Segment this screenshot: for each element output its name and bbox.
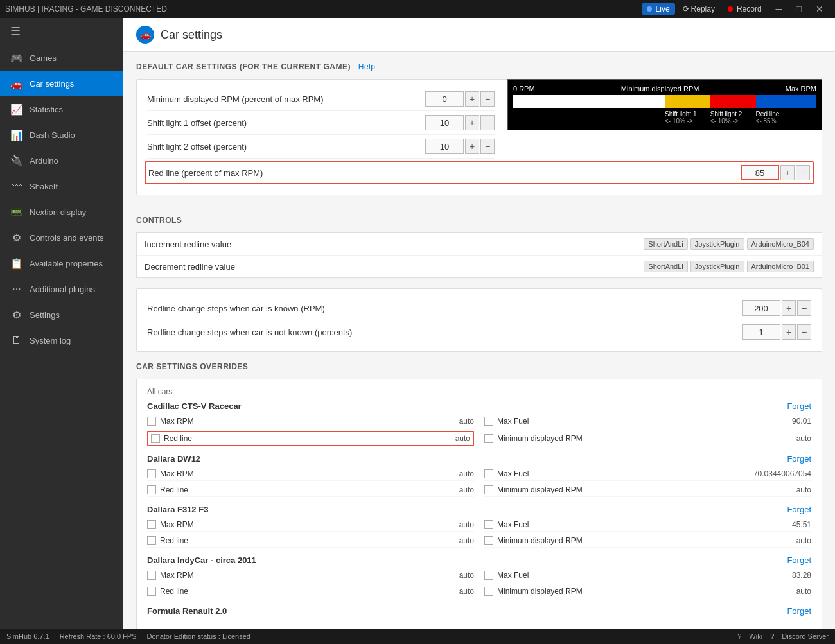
indycar-redline-check[interactable] xyxy=(147,587,156,596)
cadillac-min-rpm: Minimum displayed RPM auto xyxy=(484,431,811,446)
version-label: SimHub 6.7.1 xyxy=(6,632,49,640)
page-title: Car settings xyxy=(161,28,222,42)
car-name-dw12: Dallara DW12 Forget xyxy=(147,454,811,464)
decrement-label: Decrement redline value xyxy=(145,262,644,272)
shift2-increment[interactable]: + xyxy=(465,139,479,154)
close-button[interactable]: ✕ xyxy=(809,3,830,15)
redline-decrement[interactable]: − xyxy=(796,165,810,180)
app-body: ☰ 🎮 Games 🚗 Car settings 📈 Statistics 📊 … xyxy=(0,18,835,629)
cadillac-max-fuel-check[interactable] xyxy=(484,417,493,426)
rpm-segment-shift1: Shift light 1 <- 10% -> xyxy=(665,110,710,125)
window-controls: ─ □ ✕ xyxy=(769,3,830,15)
indycar-max-fuel-label: Max Fuel xyxy=(497,571,788,580)
cadillac-min-rpm-check[interactable] xyxy=(484,434,493,443)
forget-cadillac[interactable]: Forget xyxy=(787,401,811,411)
refresh-rate-label: Refresh Rate : 60.0 FPS xyxy=(60,632,137,640)
shift1-decrement[interactable]: − xyxy=(480,115,495,130)
default-settings-header: DEFAULT CAR SETTINGS (FOR THE CURRENT GA… xyxy=(136,62,822,71)
indycar-max-rpm-check[interactable] xyxy=(147,571,156,580)
sidebar-item-games[interactable]: 🎮 Games xyxy=(0,45,123,71)
rpm-visual: 0 RPM Minimum displayed RPM Max RPM xyxy=(507,79,822,130)
min-rpm-increment[interactable]: + xyxy=(465,91,479,107)
cadillac-redline-label: Red line xyxy=(164,434,452,443)
sidebar-item-system-log[interactable]: 🗒 System log xyxy=(0,327,123,353)
f312-max-rpm: Max RPM auto xyxy=(147,518,474,532)
sidebar-item-shakelt[interactable]: 〰 ShakeIt xyxy=(0,173,123,199)
maximize-button[interactable]: □ xyxy=(790,3,808,15)
forget-f312[interactable]: Forget xyxy=(787,505,811,514)
f312-max-fuel-check[interactable] xyxy=(484,520,493,529)
statusbar-right: ? Wiki ? Discord Server xyxy=(737,632,829,640)
sidebar-item-statistics[interactable]: 📈 Statistics xyxy=(0,96,123,122)
overrides-header: CAR SETTINGS OVERRIDES xyxy=(136,362,822,371)
forget-renault[interactable]: Forget xyxy=(787,606,811,616)
f312-min-rpm-value: auto xyxy=(796,536,811,545)
dw12-redline-check[interactable] xyxy=(147,485,156,494)
sidebar-label-nextion: Nextion display xyxy=(30,207,86,217)
rpm-bottom-labels: Shift light 1 <- 10% -> Shift light 2 <-… xyxy=(513,110,816,125)
indycar-red-line: Red line auto xyxy=(147,585,474,598)
sidebar-item-available-props[interactable]: 📋 Available properties xyxy=(0,250,123,276)
step-known-decrement[interactable]: − xyxy=(797,300,811,316)
app-title: SIMHUB | IRACING - GAME DISCONNECTED xyxy=(5,4,167,13)
titlebar-right: Live ⟳ Replay Record ─ □ ✕ xyxy=(642,3,830,15)
step-known-increment[interactable]: + xyxy=(782,300,796,316)
setting-row-shift1: Shift light 1 offset (percent) 10 + − xyxy=(147,111,495,135)
record-button[interactable]: Record xyxy=(723,3,767,15)
step-unknown-increment[interactable]: + xyxy=(782,324,796,340)
sidebar-item-nextion[interactable]: 📟 Nextion display xyxy=(0,199,123,225)
cadillac-redline-check[interactable] xyxy=(151,434,160,443)
replay-button[interactable]: ⟳ Replay xyxy=(678,3,720,15)
min-rpm-decrement[interactable]: − xyxy=(480,91,495,107)
shift2-decrement[interactable]: − xyxy=(480,139,495,154)
step-unknown-value: 1 xyxy=(742,324,780,340)
system-log-icon: 🗒 xyxy=(10,334,23,347)
dw12-max-fuel-check[interactable] xyxy=(484,469,493,478)
dw12-min-rpm-check[interactable] xyxy=(484,485,493,494)
indycar-max-fuel-value: 83.28 xyxy=(792,571,811,580)
cadillac-max-fuel-value: 90.01 xyxy=(792,417,811,426)
redline-increment[interactable]: + xyxy=(780,165,795,180)
sidebar-item-controls[interactable]: ⚙ Controls and events xyxy=(0,225,123,250)
sidebar-item-additional[interactable]: ··· Additional plugins xyxy=(0,276,123,302)
setting-row-min-rpm: Minimum displayed RPM (percent of max RP… xyxy=(147,87,495,111)
step-known-row: Redline change steps when car is known (… xyxy=(147,297,811,320)
f312-redline-check[interactable] xyxy=(147,536,156,545)
menu-toggle[interactable]: ☰ xyxy=(0,18,123,45)
sidebar-item-arduino[interactable]: 🔌 Arduino xyxy=(0,148,123,173)
sidebar-item-settings[interactable]: ⚙ Settings xyxy=(0,302,123,327)
dw12-max-fuel: Max Fuel 70.03440067054 xyxy=(484,467,811,481)
controls-section: CONTROLS Increment redline value ShortAn… xyxy=(136,216,822,352)
car-group-f312: Dallara F312 F3 Forget Max RPM auto xyxy=(147,505,811,548)
indycar-max-rpm-value: auto xyxy=(459,571,474,580)
help-link[interactable]: Help xyxy=(358,62,376,71)
f312-max-fuel-value: 45.51 xyxy=(792,520,811,529)
live-button[interactable]: Live xyxy=(642,3,675,15)
step-unknown-decrement[interactable]: − xyxy=(797,324,811,340)
forget-dw12[interactable]: Forget xyxy=(787,454,811,464)
f312-min-rpm-check[interactable] xyxy=(484,536,493,545)
sidebar-item-car-settings[interactable]: 🚗 Car settings xyxy=(0,71,123,96)
shift1-value: 10 xyxy=(425,115,464,130)
f312-max-rpm-check[interactable] xyxy=(147,520,156,529)
rpm-bar-white xyxy=(513,95,665,108)
cadillac-max-rpm-check[interactable] xyxy=(147,417,156,426)
shift1-increment[interactable]: + xyxy=(465,115,479,130)
cadillac-max-rpm-label: Max RPM xyxy=(160,417,455,426)
help-icon: ? xyxy=(737,632,741,640)
indycar-max-fuel-check[interactable] xyxy=(484,571,493,580)
indycar-min-rpm-check[interactable] xyxy=(484,587,493,596)
controls-panel: Increment redline value ShortAndLi Joyst… xyxy=(136,232,822,278)
step-unknown-control: 1 + − xyxy=(742,324,811,340)
redline-label: Red line xyxy=(756,110,816,117)
shift2-control: 10 + − xyxy=(425,139,495,154)
dw12-max-rpm-check[interactable] xyxy=(147,469,156,478)
wiki-link[interactable]: Wiki xyxy=(749,632,762,640)
forget-indycar[interactable]: Forget xyxy=(787,555,811,565)
sidebar-item-dash-studio[interactable]: 📊 Dash Studio xyxy=(0,122,123,148)
f312-min-rpm-label: Minimum displayed RPM xyxy=(497,536,793,545)
minimize-button[interactable]: ─ xyxy=(769,3,789,15)
discord-link[interactable]: Discord Server xyxy=(782,632,829,640)
cadillac-min-rpm-label: Minimum displayed RPM xyxy=(497,434,793,443)
f312-max-rpm-label: Max RPM xyxy=(160,520,455,529)
